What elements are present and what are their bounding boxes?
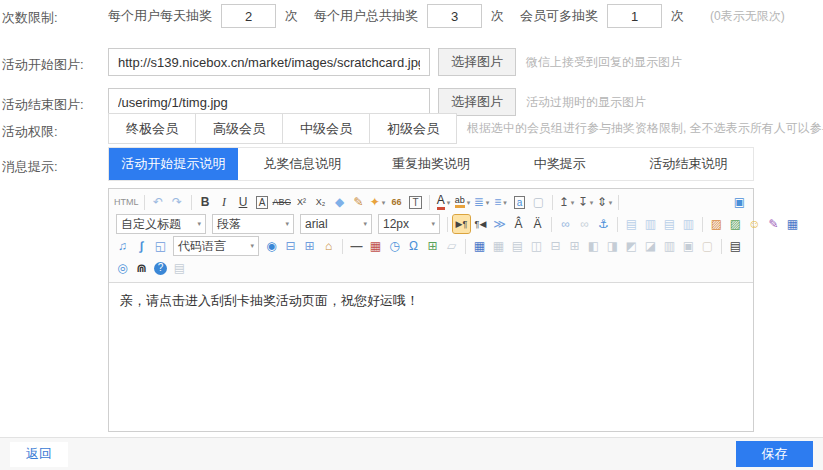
member-option-senior[interactable]: 高级会员 [195,113,282,144]
table-title-icon[interactable]: ▤ [509,237,526,255]
paragraph-select[interactable]: 段落▾ [212,214,294,234]
align-left-icon[interactable]: ▤ [623,215,640,233]
insert-row-icon[interactable]: ⊟ [547,237,564,255]
auto-typeset-icon[interactable]: ✦▾ [369,193,386,211]
row-spacing-top-icon[interactable]: ↥▾ [558,193,575,211]
tab-redeem-info[interactable]: 兑奖信息说明 [238,148,367,180]
form-icon[interactable]: ⊞ [424,237,441,255]
page-icon[interactable]: ▢ [699,237,716,255]
unordered-list-icon[interactable]: ≡▾ [492,193,509,211]
align-right-icon[interactable]: ▤ [661,215,678,233]
subscript-icon[interactable]: X₂ [312,193,329,211]
page-break-icon[interactable]: ⊟ [282,237,299,255]
horizontal-rule-icon[interactable]: — [348,237,365,255]
blank-doc-icon[interactable]: ▢ [530,193,547,211]
toolbar-separator [447,217,448,232]
save-button[interactable]: 保存 [736,441,813,467]
line-height-icon[interactable]: ⇕▾ [596,193,613,211]
scrawl-icon[interactable]: ✎ [765,215,782,233]
font-family-select[interactable]: arial▾ [300,214,372,234]
insert-date-icon[interactable]: ▦ [367,237,384,255]
remove-format-icon[interactable]: ◆ [331,193,348,211]
attachment-icon[interactable]: ∫ [133,237,150,255]
search-replace-icon[interactable]: ⋒ [133,259,150,277]
html-source-icon[interactable]: HTML [114,193,139,211]
total-limit-unit: 次 [491,7,504,25]
font-family-select-value: arial [305,217,328,231]
member-option-ultimate[interactable]: 终极会员 [108,113,195,144]
row-spacing-bottom-icon[interactable]: ↧▾ [577,193,594,211]
tab-activity-end[interactable]: 活动结束说明 [624,148,753,180]
insert-frame-icon[interactable]: ⊞ [301,237,318,255]
highlight-color-icon[interactable]: ab▾ [454,193,471,211]
emotion-icon[interactable]: ☺ [746,215,763,233]
ordered-list-icon[interactable]: ≣▾ [473,193,490,211]
tab-repeat-draw[interactable]: 重复抽奖说明 [367,148,496,180]
end-image-input[interactable] [108,88,430,116]
format-painter-icon[interactable]: ✎ [350,193,367,211]
strikethrough-icon[interactable]: ABC [273,193,292,211]
split-cells-icon[interactable]: ◧ [585,237,602,255]
table-full-icon[interactable]: ▥ [661,237,678,255]
map-icon[interactable]: ◉ [263,237,280,255]
insert-time-icon[interactable]: ◷ [386,237,403,255]
end-image-select-button[interactable]: 选择图片 [438,88,516,116]
insert-table-icon[interactable]: ▦ [471,237,488,255]
editor-content[interactable]: 亲，请点击进入刮刮卡抽奖活动页面，祝您好运哦！ [109,283,753,431]
anchor-icon[interactable]: ⚓ [595,215,612,233]
merge-cells-icon[interactable]: ◫ [528,237,545,255]
uppercase-icon[interactable]: Â [510,215,527,233]
code-language-select[interactable]: 代码语言▾ [173,236,259,256]
blockquote-icon[interactable]: 66 [388,193,405,211]
table-center-icon[interactable]: ◩ [623,237,640,255]
lowercase-icon[interactable]: Ä [529,215,546,233]
tab-activity-start-tip[interactable]: 活动开始提示说明 [109,148,238,180]
table-left-icon[interactable]: ◨ [604,237,621,255]
member-option-junior[interactable]: 初级会员 [369,113,457,144]
help-icon[interactable]: ? [152,259,169,277]
back-button[interactable]: 返回 [10,442,68,467]
paste-text-icon[interactable]: T [407,193,424,211]
insert-code-icon[interactable]: ◱ [152,237,169,255]
underline-icon[interactable]: U [235,193,252,211]
undo-icon[interactable]: ↶ [150,193,167,211]
link-icon[interactable]: ∞ [557,215,574,233]
insert-video-icon[interactable]: ▦ [784,215,801,233]
insert-image-icon[interactable]: ▨ [708,215,725,233]
paste-icon[interactable]: ▤ [171,259,188,277]
member-option-middle[interactable]: 中级会员 [282,113,369,144]
align-center-icon[interactable]: ▥ [642,215,659,233]
anchor-a-icon[interactable]: a [511,193,528,211]
fullscreen-icon[interactable]: ▣ [731,193,748,211]
superscript-icon[interactable]: X² [293,193,310,211]
autotypeset-icon[interactable]: A [254,193,271,211]
insert-col-icon[interactable]: ⊞ [566,237,583,255]
preview-icon[interactable]: ◎ [114,259,131,277]
font-size-select[interactable]: 12px▾ [378,214,440,234]
baidu-app-icon[interactable]: ⌂ [320,237,337,255]
tab-win-tip[interactable]: 中奖提示 [495,148,624,180]
member-extra-input[interactable] [607,4,662,28]
unlink-icon[interactable]: ∞ [576,215,593,233]
redo-icon[interactable]: ↷ [169,193,186,211]
daily-limit-input[interactable] [221,4,276,28]
italic-icon[interactable]: I [216,193,233,211]
font-color-icon[interactable]: A▾ [435,193,452,211]
delete-table-icon[interactable]: ▦ [490,237,507,255]
total-limit-input[interactable] [427,4,482,28]
rtl-icon[interactable]: ¶◀ [472,215,489,233]
bold-icon[interactable]: B [197,193,214,211]
print-icon[interactable]: ▤ [727,237,744,255]
custom-title-select[interactable]: 自定义标题▾ [116,214,206,234]
table-right-icon[interactable]: ◪ [642,237,659,255]
special-chars-icon[interactable]: Ω [405,237,422,255]
insert-music-icon[interactable]: ♫ [114,237,131,255]
snapscreen-icon[interactable]: ▱ [443,237,460,255]
upload-image-icon[interactable]: ▨ [727,215,744,233]
table-sort-icon[interactable]: ▣ [680,237,697,255]
ltr-icon[interactable]: ▶¶ [453,215,470,233]
start-image-input[interactable] [108,48,430,76]
start-image-select-button[interactable]: 选择图片 [438,48,516,76]
align-justify-icon[interactable]: ▥ [680,215,697,233]
indent-icon[interactable]: ≫ [491,215,508,233]
